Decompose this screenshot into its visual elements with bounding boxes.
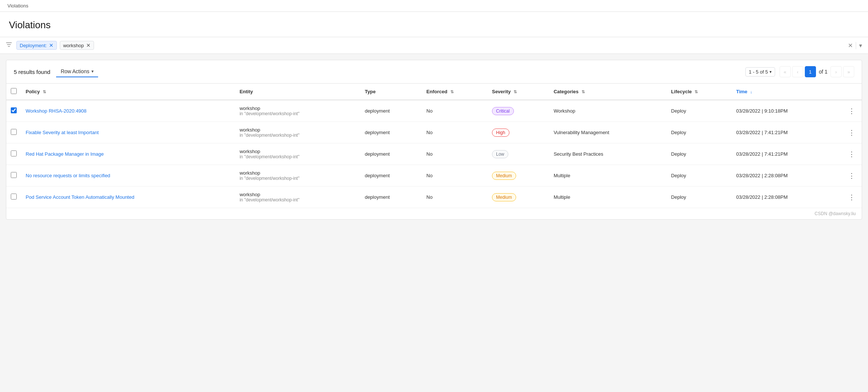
row-more-button-2[interactable]: ⋮: [846, 127, 857, 138]
row-severity-cell: Critical: [488, 100, 549, 122]
column-categories-label: Categories: [554, 89, 579, 94]
row-enforced-cell: No: [422, 143, 488, 165]
row-enforced-cell: No: [422, 100, 488, 122]
entity-namespace: in "development/workshop-int": [240, 176, 356, 181]
row-type-cell: deployment: [360, 187, 422, 208]
row-more-cell[interactable]: ⋮: [842, 122, 862, 143]
entity-name: workshop: [240, 127, 356, 133]
total-pages-label: of 1: [819, 69, 827, 75]
row-more-button-4[interactable]: ⋮: [846, 171, 857, 181]
top-bar-label: Violations: [7, 3, 28, 9]
row-more-cell[interactable]: ⋮: [842, 143, 862, 165]
filter-chip-deployment-close[interactable]: ✕: [49, 42, 54, 48]
row-type-cell: deployment: [360, 122, 422, 143]
row-checkbox-1[interactable]: [11, 107, 17, 113]
entity-name: workshop: [240, 192, 356, 197]
row-actions-label: Row Actions: [61, 68, 89, 74]
row-checkbox-3[interactable]: [11, 150, 17, 156]
page-range-value: 1 - 5 of 5: [749, 69, 768, 75]
lifecycle-sort-icon: ⇅: [694, 90, 698, 94]
policy-link-3[interactable]: Red Hat Package Manager in Image: [26, 151, 104, 157]
row-actions-button[interactable]: Row Actions ▾: [56, 66, 98, 77]
row-checkbox-2[interactable]: [11, 129, 17, 135]
row-more-button-1[interactable]: ⋮: [846, 106, 857, 116]
row-more-button-5[interactable]: ⋮: [846, 192, 857, 203]
filter-chip-workshop[interactable]: workshop ✕: [60, 41, 94, 50]
row-severity-cell: Medium: [488, 165, 549, 187]
severity-badge: Medium: [492, 193, 516, 201]
row-more-button-3[interactable]: ⋮: [846, 149, 857, 159]
next-page-button[interactable]: ›: [830, 66, 842, 77]
filter-expand-button[interactable]: ▾: [856, 42, 862, 49]
row-checkbox-cell[interactable]: [6, 122, 21, 143]
column-severity-label: Severity: [492, 89, 511, 94]
last-page-button[interactable]: »: [843, 66, 854, 77]
filter-chip-workshop-close[interactable]: ✕: [86, 42, 91, 48]
row-checkbox-cell[interactable]: [6, 165, 21, 187]
filter-bar: Deployment: ✕ workshop ✕ ✕ ▾: [0, 37, 868, 54]
entity-name: workshop: [240, 106, 356, 111]
entity-name: workshop: [240, 170, 356, 176]
filter-chip-deployment-label: Deployment:: [20, 43, 47, 48]
row-lifecycle-cell: Deploy: [667, 122, 732, 143]
categories-sort-icon: ⇅: [582, 90, 585, 94]
row-policy-cell: Pod Service Account Token Automatically …: [21, 187, 235, 208]
table-body: Workshop RHSA-2020:4908 workshop in "dev…: [6, 100, 862, 208]
row-lifecycle-cell: Deploy: [667, 165, 732, 187]
first-page-button[interactable]: «: [780, 66, 791, 77]
entity-namespace: in "development/workshop-int": [240, 133, 356, 138]
row-type-cell: deployment: [360, 100, 422, 122]
row-checkbox-cell[interactable]: [6, 187, 21, 208]
row-policy-cell: Workshop RHSA-2020:4908: [21, 100, 235, 122]
row-more-cell[interactable]: ⋮: [842, 165, 862, 187]
row-policy-cell: Red Hat Package Manager in Image: [21, 143, 235, 165]
row-entity-cell: workshop in "development/workshop-int": [235, 143, 360, 165]
row-checkbox-cell[interactable]: [6, 100, 21, 122]
policy-link-2[interactable]: Fixable Severity at least Important: [26, 130, 99, 135]
row-lifecycle-cell: Deploy: [667, 100, 732, 122]
column-header-type: Type: [360, 84, 422, 100]
page-title: Violations: [9, 19, 859, 31]
filter-clear-button[interactable]: ✕: [848, 42, 853, 49]
column-header-lifecycle[interactable]: Lifecycle ⇅: [667, 84, 732, 100]
column-lifecycle-label: Lifecycle: [671, 89, 692, 94]
column-header-severity[interactable]: Severity ⇅: [488, 84, 549, 100]
column-header-categories[interactable]: Categories ⇅: [549, 84, 667, 100]
column-header-enforced[interactable]: Enforced ⇅: [422, 84, 488, 100]
row-more-cell[interactable]: ⋮: [842, 100, 862, 122]
column-header-policy[interactable]: Policy ⇅: [21, 84, 235, 100]
row-type-cell: deployment: [360, 165, 422, 187]
column-entity-label: Entity: [240, 89, 253, 94]
column-header-time[interactable]: Time ↓: [732, 84, 842, 100]
current-page-button[interactable]: 1: [805, 66, 816, 77]
row-severity-cell: High: [488, 122, 549, 143]
row-severity-cell: Medium: [488, 187, 549, 208]
filter-chip-workshop-value: workshop: [63, 43, 84, 48]
select-all-checkbox[interactable]: [11, 88, 17, 94]
row-checkbox-cell[interactable]: [6, 143, 21, 165]
prev-page-button[interactable]: ‹: [792, 66, 803, 77]
table-row: Workshop RHSA-2020:4908 workshop in "dev…: [6, 100, 862, 122]
policy-link-5[interactable]: Pod Service Account Token Automatically …: [26, 194, 134, 200]
policy-link-1[interactable]: Workshop RHSA-2020:4908: [26, 108, 87, 114]
row-more-cell[interactable]: ⋮: [842, 187, 862, 208]
table-row: Pod Service Account Token Automatically …: [6, 187, 862, 208]
content-area: 5 results found Row Actions ▾ 1 - 5 of 5…: [6, 60, 862, 220]
table-row: Red Hat Package Manager in Image worksho…: [6, 143, 862, 165]
column-header-actions: [842, 84, 862, 100]
row-entity-cell: workshop in "development/workshop-int": [235, 165, 360, 187]
table-toolbar: 5 results found Row Actions ▾ 1 - 5 of 5…: [6, 60, 862, 84]
select-all-header[interactable]: [6, 84, 21, 100]
filter-icon: [6, 42, 12, 49]
severity-badge: Critical: [492, 107, 514, 115]
page-range-select[interactable]: 1 - 5 of 5 ▾: [745, 67, 775, 77]
page-range-chevron-icon: ▾: [770, 69, 772, 74]
pagination: 1 - 5 of 5 ▾ « ‹ 1 of 1 › »: [745, 66, 854, 77]
filter-chip-deployment[interactable]: Deployment: ✕: [16, 41, 57, 50]
row-checkbox-5[interactable]: [11, 194, 17, 200]
row-checkbox-4[interactable]: [11, 172, 17, 178]
row-time-cell: 03/28/2022 | 2:28:08PM: [732, 165, 842, 187]
column-policy-label: Policy: [26, 89, 40, 94]
severity-sort-icon: ⇅: [514, 90, 517, 94]
policy-link-4[interactable]: No resource requests or limits specified: [26, 173, 110, 178]
